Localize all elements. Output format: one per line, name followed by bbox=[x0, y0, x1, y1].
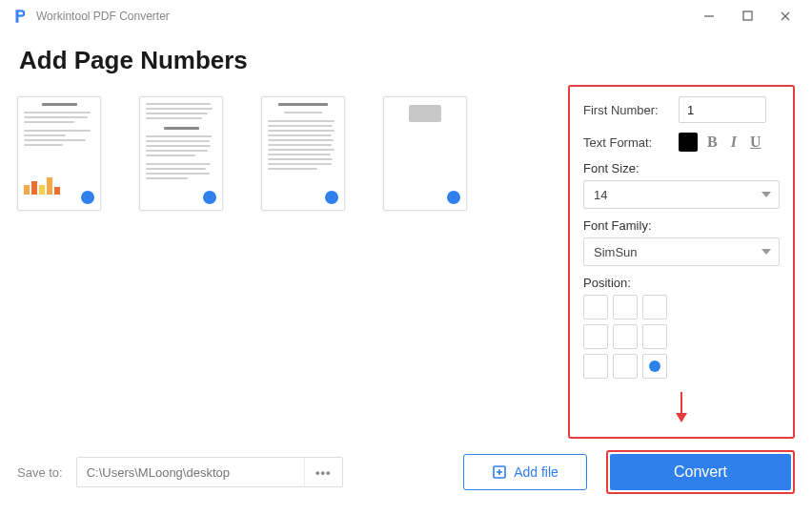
add-file-button[interactable]: Add file bbox=[463, 454, 587, 490]
save-to-field: C:\Users\MLoong\desktop ••• bbox=[76, 457, 343, 487]
page-selected-dot-icon bbox=[81, 191, 94, 204]
app-logo-icon bbox=[11, 8, 29, 25]
page-selected-dot-icon bbox=[447, 191, 460, 204]
font-family-select[interactable]: SimSun bbox=[583, 237, 780, 266]
position-middle-left[interactable] bbox=[583, 324, 608, 349]
svg-rect-1 bbox=[743, 11, 752, 20]
pdf-page-thumbnail[interactable] bbox=[261, 96, 345, 211]
titlebar: Workintool PDF Converter bbox=[0, 0, 812, 32]
position-top-right[interactable] bbox=[642, 295, 667, 319]
page-selected-dot-icon bbox=[325, 191, 338, 204]
font-family-value: SimSun bbox=[594, 245, 638, 259]
font-family-label: Font Family: bbox=[583, 218, 780, 233]
position-middle-center[interactable] bbox=[613, 324, 638, 349]
pdf-page-thumbnail[interactable] bbox=[383, 96, 467, 211]
page-selected-dot-icon bbox=[203, 191, 216, 204]
svg-marker-5 bbox=[676, 413, 687, 422]
font-size-label: Font Size: bbox=[583, 161, 780, 175]
hint-arrow-icon bbox=[583, 390, 780, 424]
add-file-label: Add file bbox=[514, 464, 558, 480]
font-size-select[interactable]: 14 bbox=[583, 180, 780, 209]
text-color-swatch[interactable] bbox=[679, 133, 698, 152]
position-top-left[interactable] bbox=[583, 295, 608, 319]
italic-button[interactable]: I bbox=[731, 134, 737, 151]
position-middle-right[interactable] bbox=[642, 324, 667, 349]
save-path-input[interactable]: C:\Users\MLoong\desktop bbox=[77, 465, 304, 480]
convert-button[interactable]: Convert bbox=[610, 454, 791, 490]
chevron-down-icon bbox=[761, 249, 771, 255]
position-label: Position: bbox=[583, 276, 780, 290]
convert-highlight: Convert bbox=[606, 450, 795, 494]
underline-button[interactable]: U bbox=[750, 134, 761, 151]
minimize-button[interactable] bbox=[690, 3, 728, 30]
pdf-page-thumbnail[interactable] bbox=[17, 96, 101, 211]
first-number-input[interactable] bbox=[679, 96, 766, 123]
position-bottom-left[interactable] bbox=[583, 354, 608, 379]
app-title: Workintool PDF Converter bbox=[36, 10, 170, 23]
first-number-label: First Number: bbox=[583, 103, 669, 117]
bottom-bar: Save to: C:\Users\MLoong\desktop ••• Add… bbox=[0, 439, 812, 515]
position-bottom-right[interactable] bbox=[642, 354, 667, 379]
position-grid bbox=[583, 295, 780, 379]
page-title: Add Page Numbers bbox=[0, 32, 812, 85]
bold-button[interactable]: B bbox=[707, 134, 718, 151]
pdf-page-thumbnail[interactable] bbox=[139, 96, 223, 211]
maximize-button[interactable] bbox=[728, 3, 766, 30]
position-bottom-center[interactable] bbox=[613, 354, 638, 379]
font-size-value: 14 bbox=[594, 188, 607, 202]
position-top-center[interactable] bbox=[613, 295, 638, 319]
close-button[interactable] bbox=[766, 3, 804, 30]
save-to-label: Save to: bbox=[17, 465, 63, 480]
options-panel: First Number: Text Format: B I U Font Si… bbox=[568, 85, 795, 439]
chevron-down-icon bbox=[761, 192, 771, 197]
browse-button[interactable]: ••• bbox=[304, 458, 342, 486]
thumbnail-list bbox=[17, 85, 560, 439]
workarea: First Number: Text Format: B I U Font Si… bbox=[0, 85, 812, 439]
text-format-label: Text Format: bbox=[583, 135, 669, 150]
